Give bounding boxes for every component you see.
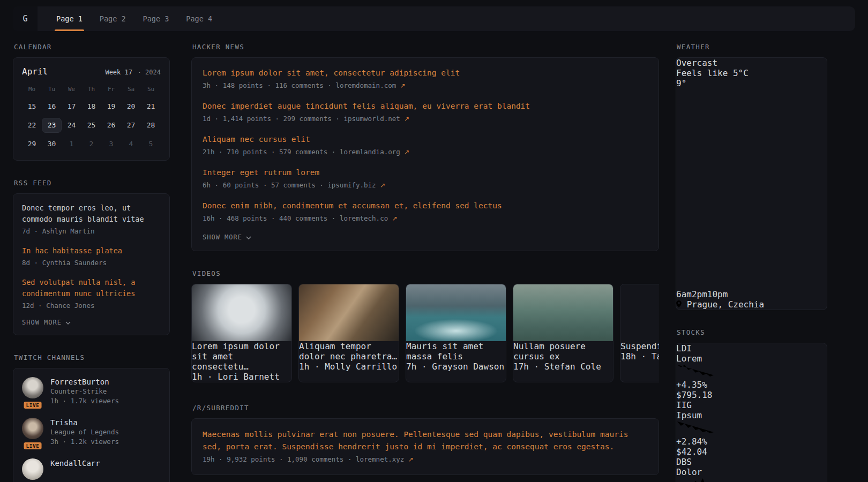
video-title[interactable]: Lorem ipsum dolor sit amet consectetu… bbox=[192, 341, 291, 372]
stock-row[interactable]: DBS Dolor +1.42% $156.28 bbox=[676, 457, 827, 482]
hn-show-more-button[interactable]: SHOW MORE bbox=[203, 234, 648, 241]
video-text: Lorem ipsum dolor sit amet consectetu… 1… bbox=[192, 341, 291, 382]
channel-avatar bbox=[22, 458, 43, 480]
calendar-day: 28 bbox=[141, 118, 161, 133]
rss-show-more-button[interactable]: SHOW MORE bbox=[22, 319, 161, 326]
avatar: LIVE bbox=[22, 418, 43, 447]
hn-item-title[interactable]: Lorem ipsum dolor sit amet, consectetur … bbox=[203, 67, 648, 79]
channel-meta: 3h · 1.2k viewers bbox=[50, 437, 119, 447]
hn-item-title[interactable]: Integer eget rutrum lorem bbox=[203, 167, 648, 179]
rss-item-meta: 8d · Cynthia Saunders bbox=[22, 258, 161, 268]
hn-source-link[interactable]: loremlandia.org bbox=[340, 148, 400, 156]
channel-avatar bbox=[22, 377, 43, 398]
weather-bar bbox=[676, 225, 827, 237]
video-text: Mauris sit amet massa felis 7h · Grayson… bbox=[406, 341, 506, 372]
twitch-channel-row[interactable]: LIVE Trisha League of Legends 3h · 1.2k … bbox=[22, 418, 161, 447]
external-link-icon: ↗ bbox=[404, 148, 409, 156]
rss-widget-title: RSS FEED bbox=[14, 179, 170, 187]
stock-sparkline bbox=[676, 477, 827, 482]
stock-name: Lorem bbox=[676, 353, 827, 364]
calendar-day: 26 bbox=[101, 118, 121, 133]
video-card[interactable]: Nullam posuere cursus ex 17h · Stefan Co… bbox=[513, 284, 613, 382]
calendar-week: Week 17 bbox=[105, 69, 132, 76]
weather-location-row: Prague, Czechia bbox=[676, 299, 827, 310]
right-column: WEATHER Overcast Feels like 5°C 9° 6am2p… bbox=[676, 43, 827, 482]
tab-page-4[interactable]: Page 4 bbox=[179, 6, 219, 31]
weather-peak-label: 9° bbox=[676, 78, 827, 88]
subreddit-post-title[interactable]: Maecenas mollis pulvinar erat non posuer… bbox=[203, 428, 648, 453]
weather-bar-chart: 9° bbox=[676, 78, 827, 289]
hn-item-title[interactable]: Aliquam nec cursus elit bbox=[203, 134, 648, 146]
twitch-channel-row[interactable]: LIVE ForrestBurton Counter-Strike 1h · 1… bbox=[22, 377, 161, 406]
hn-source-link[interactable]: ipsumify.biz bbox=[327, 181, 376, 189]
twitch-channel-row[interactable]: KendallCarr bbox=[22, 458, 161, 480]
app-logo: G bbox=[13, 6, 38, 31]
stock-id: LDI Lorem bbox=[676, 343, 827, 364]
calendar-weekday: Sa bbox=[121, 86, 141, 93]
stock-row[interactable]: LDI Lorem +4.35% $795.18 bbox=[676, 343, 827, 400]
weather-bar bbox=[676, 88, 827, 94]
weather-bar bbox=[676, 106, 827, 112]
video-thumbnail[interactable] bbox=[620, 284, 659, 341]
weather-time-label: 10pm bbox=[707, 289, 728, 299]
video-card[interactable]: Aliquam tempor dolor nec pharetra… 1h · … bbox=[298, 284, 399, 382]
weather-bar bbox=[676, 261, 827, 270]
hn-source-link[interactable]: loremtech.co bbox=[340, 214, 388, 222]
video-title[interactable]: Suspendisse diam bbox=[620, 341, 659, 351]
hn-source-link[interactable]: loremdomain.com bbox=[335, 81, 396, 89]
video-card[interactable]: Suspendisse diam 18h · Tara bbox=[620, 284, 659, 382]
video-thumbnail[interactable] bbox=[513, 284, 613, 341]
video-text: Aliquam tempor dolor nec pharetra… 1h · … bbox=[299, 341, 399, 372]
tab-page-3[interactable]: Page 3 bbox=[136, 6, 176, 31]
rss-item-title[interactable]: In hac habitasse platea bbox=[22, 245, 161, 257]
videos-widget: Lorem ipsum dolor sit amet consectetu… 1… bbox=[191, 284, 659, 382]
hn-item-title[interactable]: Donec enim nibh, condimentum et accumsan… bbox=[203, 200, 648, 212]
hn-source-link[interactable]: ipsumworld.net bbox=[343, 115, 400, 123]
calendar-weekday: Su bbox=[141, 86, 161, 93]
subreddit-post-meta: 19h · 9,932 points · 1,090 comments · lo… bbox=[203, 454, 648, 465]
calendar-header: April Week 17 · 2024 bbox=[22, 66, 161, 78]
stock-name: Ipsum bbox=[676, 410, 827, 420]
weather-bar bbox=[676, 125, 827, 133]
video-meta: 1h · Molly Carrillo bbox=[299, 362, 399, 372]
weather-bar bbox=[676, 284, 827, 289]
calendar-day: 25 bbox=[81, 118, 101, 133]
subreddit-widget-title: /R/SUBREDDIT bbox=[192, 404, 659, 412]
avatar bbox=[22, 458, 43, 480]
video-card[interactable]: Mauris sit amet massa felis 7h · Grayson… bbox=[406, 284, 506, 382]
weather-bar bbox=[676, 94, 827, 100]
hn-item-meta: 21h · 710 points · 579 comments · loreml… bbox=[203, 147, 648, 157]
external-link-icon: ↗ bbox=[380, 182, 385, 189]
tab-page-2[interactable]: Page 2 bbox=[93, 6, 133, 31]
rss-item: Donec tempor eros leo, ut commodo mauris… bbox=[22, 202, 161, 237]
rss-item-title[interactable]: Donec tempor eros leo, ut commodo mauris… bbox=[22, 202, 161, 225]
hn-meta-text: 3h · 148 points · 116 comments · bbox=[203, 81, 335, 89]
video-thumbnail[interactable] bbox=[192, 284, 291, 341]
video-card[interactable]: Lorem ipsum dolor sit amet consectetu… 1… bbox=[191, 284, 292, 382]
calendar-dates: 1516171819202122232425262728293012345 bbox=[22, 99, 161, 152]
middle-column: HACKER NEWS Lorem ipsum dolor sit amet, … bbox=[191, 43, 659, 475]
stock-row[interactable]: IIG Ipsum +2.84% $42.04 bbox=[676, 400, 827, 457]
tab-page-1[interactable]: Page 1 bbox=[49, 6, 89, 31]
live-badge: LIVE bbox=[24, 402, 42, 409]
stock-ticker: LDI bbox=[676, 343, 827, 353]
rss-item-title[interactable]: Sed volutpat nulla nisl, a condimentum n… bbox=[22, 277, 161, 299]
calendar-weekday-row: Mo Tu We Th Fr Sa Su bbox=[22, 86, 161, 93]
video-title[interactable]: Mauris sit amet massa felis bbox=[406, 341, 506, 362]
video-thumbnail[interactable] bbox=[299, 284, 399, 341]
hn-item: Integer eget rutrum lorem 6h · 60 points… bbox=[203, 167, 648, 191]
video-thumbnail[interactable] bbox=[406, 284, 506, 341]
external-link-icon: ↗ bbox=[404, 115, 409, 123]
stock-change: +4.35% bbox=[676, 380, 827, 390]
external-link-icon: ↗ bbox=[392, 215, 398, 222]
subreddit-source-link[interactable]: loremnet.xyz bbox=[356, 455, 404, 463]
calendar-day: 30 bbox=[42, 137, 62, 152]
video-title[interactable]: Aliquam tempor dolor nec pharetra… bbox=[299, 341, 399, 362]
hn-item-title[interactable]: Donec imperdiet augue tincidunt felis al… bbox=[203, 101, 648, 112]
calendar-day: 21 bbox=[141, 99, 161, 114]
twitch-widget: LIVE ForrestBurton Counter-Strike 1h · 1… bbox=[13, 368, 170, 482]
channel-category: Counter-Strike bbox=[50, 387, 119, 396]
calendar-day: 1 bbox=[62, 137, 81, 152]
weather-bar bbox=[676, 112, 827, 118]
video-title[interactable]: Nullam posuere cursus ex bbox=[513, 341, 613, 362]
